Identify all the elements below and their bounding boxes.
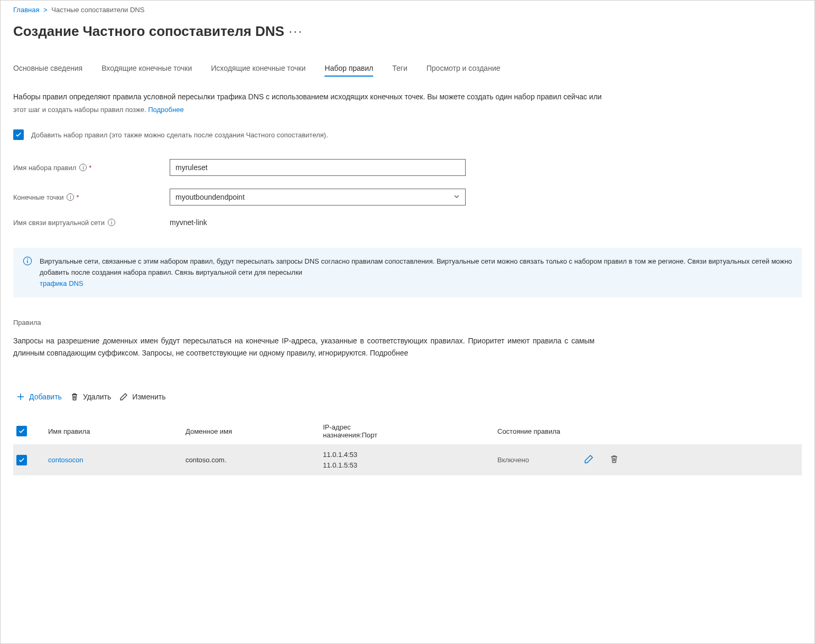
svg-rect-1: [27, 260, 27, 263]
tab-tags[interactable]: Теги: [392, 61, 407, 76]
breadcrumb-home[interactable]: Главная: [13, 6, 39, 14]
breadcrumb-separator: >: [43, 6, 48, 14]
edit-icon: [119, 393, 128, 401]
pencil-icon: [584, 454, 594, 464]
check-icon: [18, 456, 25, 464]
ruleset-sub-description: этот шаг и создать наборы правил позже. …: [13, 106, 802, 114]
plus-icon: [16, 393, 25, 401]
svg-point-2: [27, 258, 28, 259]
edit-row-button[interactable]: [584, 454, 594, 465]
required-star: *: [76, 193, 79, 201]
rules-description: Запросы на разрешение доменных имен буду…: [13, 335, 595, 359]
vnet-link-value: myvnet-link: [170, 218, 207, 227]
ruleset-name-input[interactable]: [170, 159, 466, 176]
col-state: Состояние правила: [497, 427, 561, 435]
table-header: Имя правила Доменное имя IP-адрес назнач…: [13, 418, 802, 444]
info-icon[interactable]: i: [67, 193, 74, 201]
rules-section-label: Правила: [13, 319, 802, 326]
rule-name-link[interactable]: contosocon: [48, 456, 186, 464]
info-icon[interactable]: i: [79, 164, 87, 171]
rule-state: Включено: [497, 456, 561, 464]
edit-rule-button[interactable]: Изменить: [116, 390, 169, 403]
page-title: Создание Частного сопоставителя DNS···: [13, 23, 802, 40]
delete-rule-button[interactable]: Удалить: [67, 390, 114, 403]
tab-outbound[interactable]: Исходящие конечные точки: [211, 61, 305, 76]
check-icon: [18, 427, 25, 435]
rules-table: Имя правила Доменное имя IP-адрес назнач…: [13, 418, 802, 475]
delete-row-button[interactable]: [609, 454, 619, 465]
ruleset-description: Наборы правил определяют правила условно…: [13, 91, 802, 102]
breadcrumb-current: Частные сопоставители DNS: [51, 6, 144, 14]
col-rule-name: Имя правила: [48, 427, 186, 435]
add-ruleset-checkbox[interactable]: [13, 129, 24, 140]
trash-icon: [70, 393, 79, 401]
tab-basics[interactable]: Основные сведения: [13, 61, 82, 76]
vnet-link-label: Имя связи виртуальной сети i: [13, 219, 170, 227]
tab-review[interactable]: Просмотр и создание: [427, 61, 501, 76]
rules-toolbar: Добавить Удалить Изменить: [13, 390, 802, 403]
chevron-down-icon: [453, 193, 460, 201]
row-checkbox[interactable]: [16, 455, 27, 465]
endpoints-select[interactable]: myoutboundendpoint: [170, 189, 466, 206]
table-row: contosocon contoso.com. 11.0.1.4:53 11.0…: [13, 444, 802, 475]
col-ip: IP-адрес назначения:Порт: [323, 423, 392, 439]
info-icon[interactable]: i: [108, 219, 115, 226]
info-banner-text: Виртуальные сети, связанные с этим набор…: [40, 257, 792, 276]
learn-more-link[interactable]: Подробнее: [148, 106, 183, 114]
add-ruleset-row: Добавить набор правил (это также можно с…: [13, 129, 802, 140]
check-icon: [15, 131, 22, 138]
endpoints-label: Конечные точки i *: [13, 193, 170, 201]
ruleset-name-label: Имя набора правил i *: [13, 164, 170, 172]
info-banner-link[interactable]: трафика DNS: [40, 279, 84, 287]
select-all-checkbox[interactable]: [16, 426, 27, 436]
more-icon[interactable]: ···: [289, 23, 303, 39]
endpoints-selected-value: myoutboundendpoint: [175, 193, 245, 201]
tabs: Основные сведения Входящие конечные точк…: [13, 61, 802, 76]
tab-inbound[interactable]: Входящие конечные точки: [101, 61, 192, 76]
required-star: *: [89, 164, 91, 172]
add-rule-button[interactable]: Добавить: [13, 390, 65, 403]
rule-domain: contoso.com.: [186, 456, 323, 464]
trash-icon: [609, 454, 619, 464]
col-domain: Доменное имя: [186, 427, 323, 435]
tab-ruleset[interactable]: Набор правил: [325, 61, 373, 76]
info-banner: Виртуальные сети, связанные с этим набор…: [13, 248, 802, 297]
breadcrumb: Главная > Частные сопоставители DNS: [13, 6, 802, 14]
add-ruleset-label: Добавить набор правил (это также можно с…: [31, 131, 328, 139]
info-icon: [23, 256, 32, 266]
rule-ip: 11.0.1.4:53 11.0.1.5:53: [323, 450, 392, 470]
